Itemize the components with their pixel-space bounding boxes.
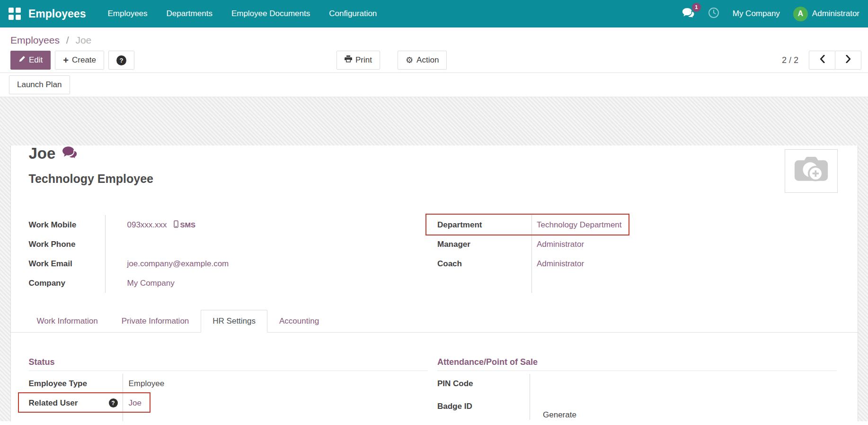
bottom-field-grid: Status Employee Type Employee Related Us…: [29, 357, 837, 421]
related-user-label-cell: Related User ?: [29, 393, 123, 413]
coach-value: Administrator: [531, 254, 837, 273]
field-row-badge-id: Badge ID Generate: [437, 393, 837, 420]
gear-icon: ⚙: [406, 56, 413, 64]
breadcrumb-separator: /: [66, 35, 69, 45]
company-label: Company: [29, 273, 105, 293]
pager-counter: 2 / 2: [782, 55, 798, 65]
related-user-value: Joe: [123, 393, 428, 413]
avatar: A: [793, 7, 808, 21]
field-row-employee-type: Employee Type Employee: [29, 374, 428, 393]
work-email-link[interactable]: joe.company@example.com: [127, 259, 229, 269]
breadcrumb-current: Joe: [75, 35, 91, 45]
content-area: Joe Technology Employee Work Mobile 093x…: [0, 97, 868, 421]
tab-work-information[interactable]: Work Information: [25, 310, 110, 333]
pager-next-button[interactable]: [835, 51, 861, 70]
badge-id-label: Badge ID: [437, 393, 530, 420]
navbar-left: Employees Employees Departments Employee…: [9, 8, 377, 20]
pager: 2 / 2: [782, 51, 861, 70]
coach-label: Coach: [437, 254, 531, 273]
field-row-work-mobile: Work Mobile 093xxx.xxx SMS: [29, 215, 428, 235]
control-panel-buttons: Edit + Create ? Print ⚙: [0, 48, 868, 72]
status-section: Status Employee Type Employee Related Us…: [29, 357, 428, 421]
help-button[interactable]: ?: [108, 51, 134, 70]
department-link[interactable]: Technology Department: [537, 220, 622, 230]
action-button[interactable]: ⚙ Action: [398, 51, 447, 70]
generate-badge-button[interactable]: Generate: [543, 410, 576, 420]
activities-button[interactable]: [708, 7, 719, 21]
work-email-label: Work Email: [29, 254, 105, 273]
manager-link[interactable]: Administrator: [537, 240, 584, 249]
badge-id-value: Generate: [530, 393, 837, 420]
work-mobile-link[interactable]: 093xxx.xxx: [127, 220, 167, 230]
attendance-pos-section-title: Attendance/Point of Sale: [437, 357, 837, 371]
camera-plus-icon: [793, 155, 829, 187]
chevron-left-icon: [820, 55, 825, 65]
create-button[interactable]: + Create: [55, 51, 104, 70]
menu-item-departments[interactable]: Departments: [167, 9, 213, 18]
manager-label: Manager: [437, 235, 531, 254]
field-row-work-phone: Work Phone: [29, 235, 428, 254]
launch-plan-button[interactable]: Launch Plan: [9, 75, 70, 94]
send-sms-button[interactable]: SMS: [174, 220, 196, 229]
menu-item-employee-documents[interactable]: Employee Documents: [231, 9, 310, 18]
edit-button[interactable]: Edit: [10, 51, 51, 70]
company-value: My Company: [105, 273, 428, 293]
related-user-label: Related User: [29, 398, 78, 408]
clock-icon: [708, 7, 719, 21]
tab-hr-settings[interactable]: HR Settings: [201, 310, 267, 333]
chevron-right-icon: [846, 55, 851, 65]
status-section-title: Status: [29, 357, 428, 371]
work-phone-value: [105, 235, 428, 254]
message-count-badge: 1: [692, 3, 701, 12]
pencil-icon: [18, 55, 26, 65]
department-label: Department: [437, 215, 531, 235]
column-filler: [29, 413, 428, 421]
plus-icon: +: [63, 55, 69, 65]
pin-code-value: [530, 374, 837, 393]
apps-menu-icon[interactable]: [9, 8, 21, 20]
employee-name-title: Joe: [29, 145, 56, 161]
print-button[interactable]: Print: [337, 51, 380, 70]
menu-item-configuration[interactable]: Configuration: [329, 9, 377, 18]
job-position-subtitle: Technology Employee: [29, 172, 837, 186]
open-chat-icon[interactable]: [62, 145, 78, 161]
hr-settings-tab-content: Status Employee Type Employee Related Us…: [29, 333, 837, 421]
manager-value: Administrator: [531, 235, 837, 254]
pin-code-label: PIN Code: [437, 374, 530, 393]
pager-previous-button[interactable]: [809, 51, 835, 70]
work-email-value: joe.company@example.com: [105, 254, 428, 273]
left-button-group: Edit + Create ?: [10, 51, 134, 70]
employee-type-value: Employee: [123, 374, 428, 393]
app-title[interactable]: Employees: [28, 8, 86, 20]
user-name: Administrator: [812, 9, 859, 18]
work-phone-label: Work Phone: [29, 235, 105, 254]
mobile-phone-icon: [174, 220, 178, 229]
tab-accounting[interactable]: Accounting: [267, 310, 331, 333]
employee-type-label: Employee Type: [29, 374, 123, 393]
control-panel: Employees / Joe Edit + Create ?: [0, 27, 868, 73]
work-mobile-value: 093xxx.xxx SMS: [105, 215, 428, 235]
messages-button[interactable]: 1: [682, 7, 695, 21]
form-statusbar: Launch Plan: [0, 73, 868, 97]
related-user-link[interactable]: Joe: [129, 398, 142, 408]
center-button-group: Print ⚙ Action: [337, 51, 447, 70]
employee-photo-placeholder[interactable]: [785, 149, 838, 193]
company-menu[interactable]: My Company: [733, 9, 780, 18]
form-sheet: Joe Technology Employee Work Mobile 093x…: [10, 145, 858, 421]
top-navbar: Employees Employees Departments Employee…: [0, 0, 868, 27]
tab-private-information[interactable]: Private Information: [110, 310, 201, 333]
company-link[interactable]: My Company: [127, 279, 175, 288]
breadcrumb: Employees / Joe: [0, 27, 868, 48]
user-menu[interactable]: A Administrator: [793, 7, 859, 21]
question-circle-icon: ?: [116, 55, 126, 65]
related-user-help-icon[interactable]: ?: [109, 398, 118, 407]
field-row-related-user: Related User ? Joe: [29, 393, 428, 413]
notebook-tabs: Work Information Private Information HR …: [11, 310, 858, 333]
coach-link[interactable]: Administrator: [537, 259, 584, 269]
breadcrumb-employees-link[interactable]: Employees: [10, 35, 60, 45]
field-row-coach: Coach Administrator: [437, 254, 837, 273]
navbar-right: 1 My Company A Administrator: [682, 7, 859, 21]
attendance-pos-section: Attendance/Point of Sale PIN Code Badge …: [437, 357, 837, 421]
chat-bubbles-icon: [682, 11, 695, 20]
menu-item-employees[interactable]: Employees: [107, 9, 147, 18]
